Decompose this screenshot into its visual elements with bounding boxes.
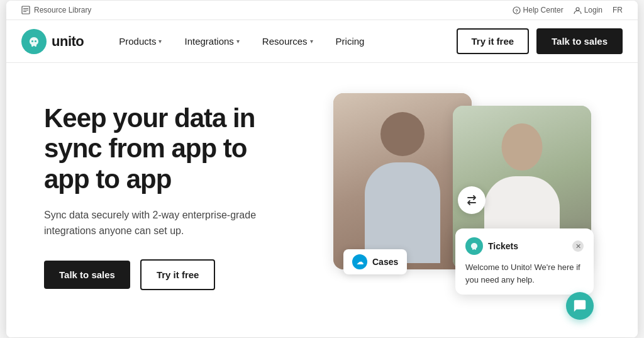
hero-subtitle: Sync data securely with 2-way enterprise…	[44, 207, 270, 239]
chat-body: Welcome to Unito! We're here if you need…	[465, 261, 584, 286]
chat-bubble-icon	[573, 299, 587, 313]
nav-links: Products ▾ Integrations ▾ Resources ▾ Pr…	[109, 31, 456, 52]
chat-float-button[interactable]	[566, 292, 594, 320]
svg-text:?: ?	[515, 8, 518, 14]
svg-point-7	[31, 40, 33, 42]
lang-switch[interactable]: FR	[613, 6, 623, 14]
cases-label: Cases	[372, 257, 398, 267]
top-bar-left: Resource Library	[21, 6, 91, 14]
nav-resources[interactable]: Resources ▾	[252, 31, 323, 52]
hero-left: Keep your data in sync from app to app t…	[44, 93, 296, 290]
hero-talk-sales-button[interactable]: Talk to sales	[44, 261, 130, 289]
talk-to-sales-button[interactable]: Talk to sales	[536, 28, 623, 54]
top-bar: Resource Library ? Help Center Login FR	[6, 1, 638, 20]
logo-icon	[27, 35, 41, 48]
hero-try-free-button[interactable]: Try it free	[140, 259, 216, 290]
sync-arrows-badge	[458, 186, 486, 214]
svg-point-6	[576, 8, 579, 11]
svg-point-8	[35, 40, 36, 42]
login-link[interactable]: Login	[574, 6, 602, 14]
person-1-silhouette	[333, 93, 472, 269]
chevron-down-icon: ▾	[310, 38, 313, 45]
salesforce-icon: ☁	[352, 254, 367, 269]
chat-close-button[interactable]: ✕	[572, 240, 584, 252]
sync-icon	[465, 193, 479, 207]
help-icon: ?	[513, 6, 521, 14]
chevron-down-icon: ▾	[236, 38, 240, 45]
chat-logo-icon	[469, 241, 479, 251]
nav: unito Products ▾ Integrations ▾ Resource…	[6, 20, 638, 63]
chat-widget: Tickets ✕ Welcome to Unito! We're here i…	[455, 228, 594, 295]
hero-section: Keep your data in sync from app to app t…	[6, 63, 638, 337]
chat-logo	[465, 237, 483, 255]
help-center-link[interactable]: ? Help Center	[513, 6, 564, 14]
nav-pricing[interactable]: Pricing	[326, 31, 375, 52]
hero-image-1	[333, 93, 472, 269]
hero-right: ☁ Cases Tickets ✕ Welcome to Unito! We'r…	[333, 93, 600, 307]
nav-logo[interactable]: unito	[21, 29, 84, 54]
nav-integrations[interactable]: Integrations ▾	[174, 31, 249, 52]
top-bar-right: ? Help Center Login FR	[513, 6, 623, 14]
user-icon	[574, 6, 582, 14]
nav-products[interactable]: Products ▾	[109, 31, 172, 52]
nav-actions: Try it free Talk to sales	[457, 28, 623, 54]
logo-text: unito	[52, 33, 84, 50]
chevron-down-icon: ▾	[158, 38, 162, 45]
hero-title: Keep your data in sync from app to app t…	[44, 103, 296, 194]
resource-icon	[21, 6, 30, 14]
try-it-free-button[interactable]: Try it free	[457, 28, 530, 54]
cases-chip: ☁ Cases	[343, 249, 407, 274]
browser-frame: Resource Library ? Help Center Login FR	[6, 1, 638, 337]
chat-title: Tickets	[488, 241, 567, 251]
hero-buttons: Talk to sales Try it free	[44, 259, 296, 290]
resource-library-label[interactable]: Resource Library	[34, 6, 91, 14]
logo-circle	[21, 29, 47, 54]
chat-header: Tickets ✕	[465, 237, 584, 255]
